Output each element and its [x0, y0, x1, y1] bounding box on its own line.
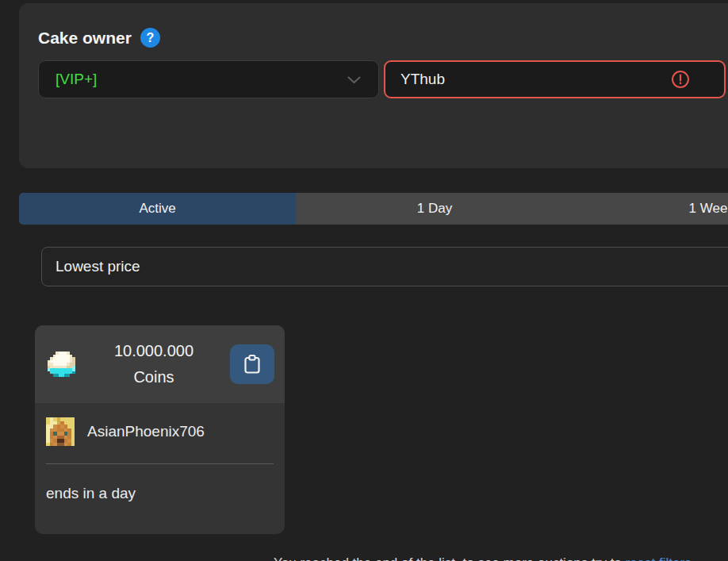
rank-select-value: [VIP+] — [56, 71, 97, 88]
seller-avatar — [46, 417, 75, 446]
footer-cutoff-text: You reached the end of the list, to see … — [274, 555, 626, 561]
time-range-tabs: Active 1 Day 1 Week — [19, 193, 728, 225]
tab-1-day[interactable]: 1 Day — [296, 193, 573, 225]
panel-title-row: Cake owner ? — [38, 28, 160, 48]
help-icon[interactable]: ? — [140, 28, 160, 48]
tab-1-week[interactable]: 1 Week — [573, 193, 728, 225]
footer-link[interactable]: reset filters — [626, 555, 692, 561]
chevron-down-icon — [347, 76, 361, 84]
price-value: 10.000.000 — [78, 338, 230, 364]
sort-select-value: Lowest price — [56, 258, 140, 275]
auction-card-header: 10.000.000 Coins — [35, 325, 285, 403]
auction-ends-text: ends in a day — [46, 485, 274, 502]
auction-price: 10.000.000 Coins — [78, 338, 230, 390]
clipboard-icon — [242, 353, 262, 375]
seller-name: AsianPhoenix706 — [87, 423, 205, 440]
card-divider — [46, 463, 274, 464]
owner-name-input[interactable] — [384, 60, 726, 98]
footer-cutoff-line: You reached the end of the list, to see … — [274, 555, 692, 561]
copy-button[interactable] — [230, 344, 274, 384]
seller-row: AsianPhoenix706 — [46, 417, 274, 446]
auction-card[interactable]: 10.000.000 Coins AsianPhoenix706 ends in… — [35, 325, 285, 534]
filter-panel: Cake owner ? [VIP+] — [19, 3, 728, 168]
price-currency: Coins — [78, 364, 230, 390]
panel-title: Cake owner — [38, 29, 132, 48]
tab-active[interactable]: Active — [19, 193, 296, 225]
sort-select[interactable]: Lowest price — [41, 247, 728, 286]
filter-controls-row: [VIP+] — [38, 60, 728, 98]
coin-icon — [48, 352, 78, 377]
rank-select[interactable]: [VIP+] — [38, 60, 379, 98]
